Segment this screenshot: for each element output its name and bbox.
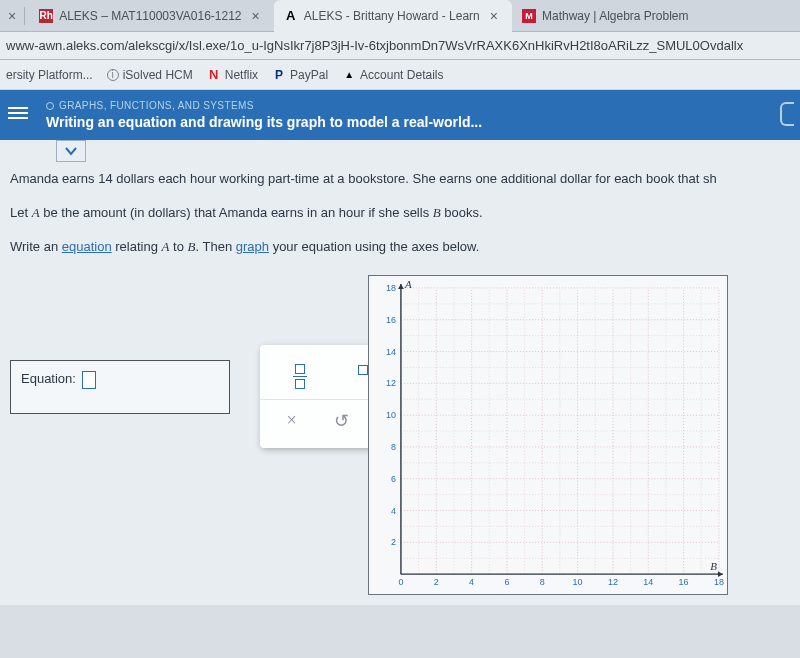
bookmark-label: ersity Platform... — [6, 68, 93, 82]
bookmark-item[interactable]: N Netflix — [207, 68, 258, 82]
svg-text:16: 16 — [386, 314, 396, 324]
close-tab-icon[interactable]: × — [248, 8, 264, 24]
equation-label: Equation: — [21, 371, 76, 386]
browser-tab-active[interactable]: A ALEKS - Brittany Howard - Learn × — [274, 0, 512, 32]
bookmark-item[interactable]: i iSolved HCM — [107, 68, 193, 82]
svg-text:6: 6 — [504, 577, 509, 587]
svg-text:10: 10 — [573, 577, 583, 587]
isolved-icon: i — [107, 69, 119, 81]
close-icon[interactable]: × — [4, 8, 20, 24]
graph-link[interactable]: graph — [236, 239, 269, 254]
tab-label: ALEKS – MAT110003VA016-1212 — [59, 9, 241, 23]
url-text: www-awn.aleks.com/alekscgi/x/Isl.exe/1o_… — [6, 38, 743, 53]
browser-tabs-bar: × Rh ALEKS – MAT110003VA016-1212 × A ALE… — [0, 0, 800, 32]
lesson-banner: GRAPHS, FUNCTIONS, AND SYSTEMS Writing a… — [0, 90, 800, 140]
netflix-icon: N — [207, 68, 221, 82]
mathway-favicon: M — [522, 9, 536, 23]
work-area: Equation: = × ↺ ? — [10, 275, 790, 595]
svg-text:18: 18 — [714, 577, 724, 587]
close-tab-icon[interactable]: × — [486, 8, 502, 24]
svg-text:2: 2 — [391, 537, 396, 547]
tab-label: Mathway | Algebra Problem — [542, 9, 689, 23]
svg-text:10: 10 — [386, 410, 396, 420]
bookmark-label: iSolved HCM — [123, 68, 193, 82]
svg-text:18: 18 — [386, 282, 396, 292]
svg-text:0: 0 — [398, 577, 403, 587]
account-icon: ▲ — [342, 68, 356, 82]
bookmark-label: Account Details — [360, 68, 443, 82]
svg-text:12: 12 — [386, 378, 396, 388]
svg-text:16: 16 — [679, 577, 689, 587]
svg-text:4: 4 — [391, 505, 396, 515]
paypal-icon: P — [272, 68, 286, 82]
svg-text:14: 14 — [643, 577, 653, 587]
problem-statement: Amanda earns 14 dollars each hour workin… — [10, 170, 790, 257]
aleks-favicon: A — [284, 9, 298, 23]
browser-tab[interactable]: M Mathway | Algebra Problem — [512, 0, 699, 32]
fraction-tool[interactable] — [293, 361, 307, 389]
bookmark-label: PayPal — [290, 68, 328, 82]
bookmarks-bar: ersity Platform... i iSolved HCM N Netfl… — [0, 60, 800, 90]
url-bar[interactable]: www-awn.aleks.com/alekscgi/x/Isl.exe/1o_… — [0, 32, 800, 60]
topic-circle-icon — [46, 102, 54, 110]
bookmark-item[interactable]: ▲ Account Details — [342, 68, 443, 82]
svg-text:8: 8 — [391, 441, 396, 451]
svg-text:14: 14 — [386, 346, 396, 356]
svg-text:B: B — [710, 560, 717, 572]
reset-button[interactable]: ↺ — [334, 410, 349, 432]
svg-text:4: 4 — [469, 577, 474, 587]
content-area: Amanda earns 14 dollars each hour workin… — [0, 140, 800, 605]
clear-button[interactable]: × — [286, 410, 296, 432]
bookmark-label: Netflix — [225, 68, 258, 82]
tab-label: ALEKS - Brittany Howard - Learn — [304, 9, 480, 23]
equation-input-box: Equation: — [10, 360, 230, 414]
panel-toggle-icon[interactable] — [780, 102, 794, 126]
svg-text:6: 6 — [391, 473, 396, 483]
svg-text:2: 2 — [434, 577, 439, 587]
browser-tab[interactable]: Rh ALEKS – MAT110003VA016-1212 × — [29, 0, 274, 32]
svg-text:8: 8 — [540, 577, 545, 587]
expand-button[interactable] — [56, 140, 86, 162]
svg-text:12: 12 — [608, 577, 618, 587]
equation-link[interactable]: equation — [62, 239, 112, 254]
bookmark-item[interactable]: ersity Platform... — [6, 68, 93, 82]
equation-input[interactable] — [82, 371, 96, 389]
aleks-favicon: Rh — [39, 9, 53, 23]
breadcrumb: GRAPHS, FUNCTIONS, AND SYSTEMS — [46, 100, 788, 111]
svg-text:A: A — [404, 277, 412, 289]
graph-canvas[interactable]: 02468101214161824681012141618AB — [368, 275, 728, 595]
bookmark-item[interactable]: P PayPal — [272, 68, 328, 82]
breadcrumb-text: GRAPHS, FUNCTIONS, AND SYSTEMS — [59, 100, 254, 111]
lesson-title: Writing an equation and drawing its grap… — [46, 114, 788, 130]
menu-icon[interactable] — [8, 104, 28, 122]
